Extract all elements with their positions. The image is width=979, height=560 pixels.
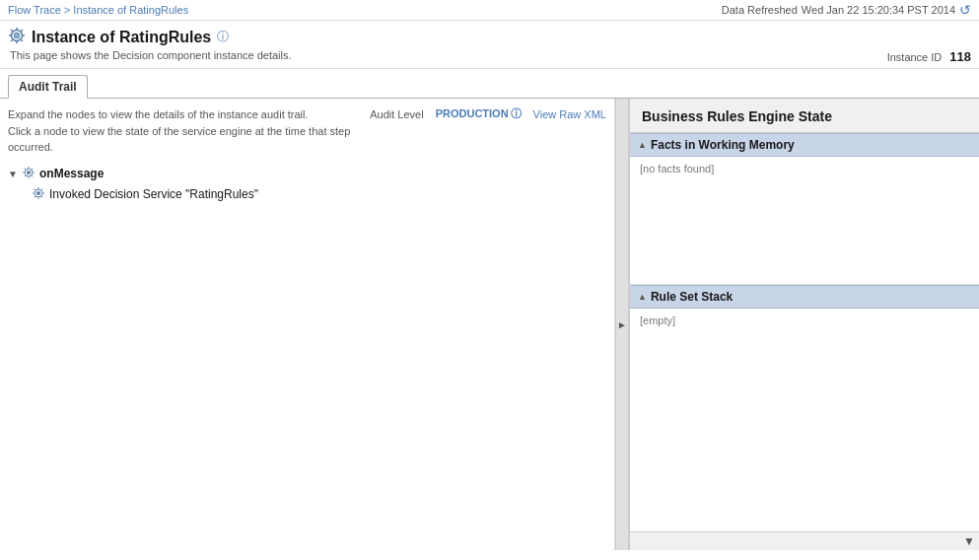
page-title: Instance of RatingRules (32, 29, 211, 46)
breadcrumb-flow-trace-link[interactable]: Flow Trace (8, 4, 61, 16)
tab-audit-trail[interactable]: Audit Trail (8, 75, 88, 99)
tree-child-gear-icon (32, 186, 45, 203)
tree-expand-icon: ▼ (8, 169, 18, 179)
audit-level-value[interactable]: PRODUCTIONⓘ (436, 106, 522, 121)
rules-section: ▲ Rule Set Stack [empty] (630, 285, 979, 531)
page-subtitle: This page shows the Decision component i… (10, 49, 292, 61)
facts-section-label: Facts in Working Memory (651, 138, 795, 152)
refresh-icon[interactable]: ↺ (959, 2, 971, 18)
scroll-down-icon[interactable]: ▼ (963, 534, 975, 548)
rules-section-header: ▲ Rule Set Stack (630, 285, 979, 309)
audit-instruction-line1: Expand the nodes to view the details of … (8, 106, 370, 123)
svg-point-4 (27, 171, 31, 175)
breadcrumb-separator: > (64, 4, 73, 16)
page-header: Instance of RatingRules ⓘ This page show… (0, 21, 979, 69)
scroll-indicator: ▼ (630, 531, 979, 550)
data-refreshed-label: Data Refreshed (722, 4, 798, 16)
data-refreshed-area: Data Refreshed Wed Jan 22 15:20:34 PST 2… (722, 2, 971, 18)
svg-point-6 (36, 191, 40, 195)
data-refreshed-timestamp: Wed Jan 22 15:20:34 PST 2014 (802, 4, 955, 16)
gear-icon-large (8, 27, 26, 47)
facts-section-content: [no facts found] (630, 157, 979, 285)
tab-bar: Audit Trail (0, 69, 979, 99)
page-title-row: Instance of RatingRules ⓘ (8, 27, 971, 47)
breadcrumb: Flow Trace > Instance of RatingRules (8, 4, 188, 16)
main-content: Expand the nodes to view the details of … (0, 99, 979, 550)
tree-child-label-0: Invoked Decision Service "RatingRules" (49, 187, 258, 201)
audit-controls: Audit Level PRODUCTIONⓘ View Raw XML (370, 106, 606, 121)
rules-section-triangle: ▲ (638, 292, 647, 302)
tree-node-gear-icon (22, 166, 35, 182)
audit-instruction-line2: Click a node to view the state of the se… (8, 123, 370, 156)
panel-divider[interactable]: ► (615, 99, 629, 550)
tree-root-node[interactable]: ▼ onMessage (8, 164, 606, 184)
tree-root-label: onMessage (39, 167, 104, 180)
svg-point-2 (15, 34, 20, 38)
audit-level-label: Audit Level (370, 108, 423, 120)
facts-section-header: ▲ Facts in Working Memory (630, 133, 979, 157)
audit-header: Expand the nodes to view the details of … (8, 106, 606, 156)
audit-instructions: Expand the nodes to view the details of … (8, 106, 370, 156)
instance-id-label: Instance ID (887, 51, 943, 63)
tree-children: Invoked Decision Service "RatingRules" (32, 184, 606, 205)
left-panel: Expand the nodes to view the details of … (0, 99, 615, 550)
tree-container: ▼ onMessage (8, 164, 606, 205)
panel-collapse-icon: ► (617, 319, 627, 330)
right-panel-title: Business Rules Engine State (630, 99, 979, 133)
view-raw-xml-link[interactable]: View Raw XML (533, 108, 606, 120)
audit-level-info-icon[interactable]: ⓘ (511, 107, 522, 119)
right-panel: Business Rules Engine State ▲ Facts in W… (629, 99, 979, 550)
info-icon[interactable]: ⓘ (217, 29, 229, 45)
breadcrumb-current: Instance of RatingRules (73, 4, 188, 16)
facts-section: ▲ Facts in Working Memory [no facts foun… (630, 133, 979, 285)
tree-child-node-0[interactable]: Invoked Decision Service "RatingRules" (32, 184, 606, 205)
facts-section-triangle: ▲ (638, 140, 647, 150)
rules-section-content: [empty] (630, 309, 979, 531)
rules-section-label: Rule Set Stack (651, 290, 733, 304)
instance-id-value: 118 (949, 49, 971, 64)
top-bar: Flow Trace > Instance of RatingRules Dat… (0, 0, 979, 21)
